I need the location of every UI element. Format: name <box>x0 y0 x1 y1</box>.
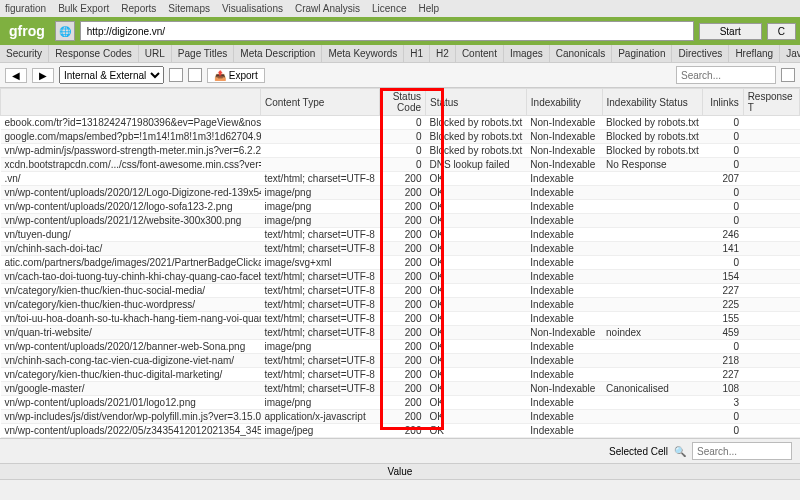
table-row[interactable]: vn/wp-content/uploads/2020/12/Logo-Digiz… <box>1 186 800 200</box>
url-input[interactable] <box>80 21 694 41</box>
table-row[interactable]: vn/category/kien-thuc/kien-thuc-social-m… <box>1 284 800 298</box>
tab-response-codes[interactable]: Response Codes <box>49 45 139 62</box>
table-row[interactable]: vn/quan-tri-website/text/html; charset=U… <box>1 326 800 340</box>
tab-canonicals[interactable]: Canonicals <box>550 45 612 62</box>
menu-reports[interactable]: Reports <box>121 3 156 14</box>
tab-h2[interactable]: H2 <box>430 45 456 62</box>
export-button[interactable]: 📤 Export <box>207 68 265 83</box>
list-icon[interactable] <box>188 68 202 82</box>
table-row[interactable]: vn/google-master/text/html; charset=UTF-… <box>1 382 800 396</box>
menu-visualisations[interactable]: Visualisations <box>222 3 283 14</box>
toolbar: ◀ ▶ Internal & External 📤 Export <box>0 63 800 88</box>
search-input[interactable] <box>676 66 776 84</box>
tab-directives[interactable]: Directives <box>672 45 729 62</box>
table-row[interactable]: atic.com/partners/badge/images/2021/Part… <box>1 256 800 270</box>
clear-button[interactable]: C <box>767 23 796 40</box>
table-row[interactable]: vn/toi-uu-hoa-doanh-so-tu-khach-hang-tie… <box>1 312 800 326</box>
search-icon: 🔍 <box>674 446 686 457</box>
tab-page-titles[interactable]: Page Titles <box>172 45 234 62</box>
table-row[interactable]: vn/cach-tao-doi-tuong-tuy-chinh-khi-chay… <box>1 270 800 284</box>
tab-pagination[interactable]: Pagination <box>612 45 672 62</box>
tab-meta-keywords[interactable]: Meta Keywords <box>322 45 404 62</box>
tab-javascript[interactable]: JavaScript <box>780 45 800 62</box>
globe-icon[interactable]: 🌐 <box>55 21 75 41</box>
bottom-panel: Selected Cell 🔍 Value <box>0 438 800 480</box>
menubar: figurationBulk ExportReportsSitemapsVisu… <box>0 0 800 17</box>
col-header[interactable]: Indexability <box>526 89 602 116</box>
tab-security[interactable]: Security <box>0 45 49 62</box>
menu-crawl-analysis[interactable]: Crawl Analysis <box>295 3 360 14</box>
table-row[interactable]: google.com/maps/embed?pb=!1m14!1m8!1m3!1… <box>1 130 800 144</box>
start-button[interactable]: Start <box>699 23 762 40</box>
table-row[interactable]: vn/wp-content/uploads/2022/04/Zalo_logo_… <box>1 438 800 439</box>
col-header[interactable]: Status <box>426 89 527 116</box>
col-header[interactable]: Response T <box>743 89 799 116</box>
table-row[interactable]: vn/wp-content/uploads/2022/05/z343541201… <box>1 424 800 438</box>
col-header[interactable]: Inlinks <box>703 89 743 116</box>
table-row[interactable]: vn/wp-admin/js/password-strength-meter.m… <box>1 144 800 158</box>
menu-figuration[interactable]: figuration <box>5 3 46 14</box>
col-header[interactable]: Status Code <box>379 89 425 116</box>
value-column-header: Value <box>0 463 800 480</box>
col-header[interactable] <box>1 89 261 116</box>
table-row[interactable]: vn/wp-content/uploads/2021/12/website-30… <box>1 214 800 228</box>
settings-icon[interactable] <box>781 68 795 82</box>
tab-bar: SecurityResponse CodesURLPage TitlesMeta… <box>0 45 800 63</box>
col-header[interactable]: Content Type <box>261 89 380 116</box>
tab-content[interactable]: Content <box>456 45 504 62</box>
menu-licence[interactable]: Licence <box>372 3 406 14</box>
selected-cells-label: Selected Cell <box>609 446 668 457</box>
next-button[interactable]: ▶ <box>32 68 54 83</box>
filter-select[interactable]: Internal & External <box>59 66 164 84</box>
url-bar: gfrog 🌐 Start C <box>0 17 800 45</box>
col-header[interactable]: Indexability Status <box>602 89 703 116</box>
menu-sitemaps[interactable]: Sitemaps <box>168 3 210 14</box>
tab-meta-description[interactable]: Meta Description <box>234 45 322 62</box>
tree-icon[interactable] <box>169 68 183 82</box>
table-row[interactable]: vn/category/kien-thuc/kien-thuc-digital-… <box>1 368 800 382</box>
table-row[interactable]: vn/wp-content/uploads/2021/01/logo12.png… <box>1 396 800 410</box>
table-row[interactable]: .vn/text/html; charset=UTF-8200OKIndexab… <box>1 172 800 186</box>
prev-button[interactable]: ◀ <box>5 68 27 83</box>
table-row[interactable]: vn/wp-content/uploads/2020/12/logo-sofa1… <box>1 200 800 214</box>
table-row[interactable]: xcdn.bootstrapcdn.com/.../css/font-aweso… <box>1 158 800 172</box>
table-row[interactable]: vn/category/kien-thuc/kien-thuc-wordpres… <box>1 298 800 312</box>
tab-hreflang[interactable]: Hreflang <box>729 45 780 62</box>
table-row[interactable]: vn/wp-content/uploads/2020/12/banner-web… <box>1 340 800 354</box>
results-table-wrap: Content TypeStatus CodeStatusIndexabilit… <box>0 88 800 438</box>
table-row[interactable]: vn/chinh-sach-doi-tac/text/html; charset… <box>1 242 800 256</box>
table-row[interactable]: vn/tuyen-dung/text/html; charset=UTF-820… <box>1 228 800 242</box>
table-row[interactable]: vn/chinh-sach-cong-tac-vien-cua-digizone… <box>1 354 800 368</box>
tab-url[interactable]: URL <box>139 45 172 62</box>
results-table: Content TypeStatus CodeStatusIndexabilit… <box>0 88 800 438</box>
menu-bulk-export[interactable]: Bulk Export <box>58 3 109 14</box>
menu-help[interactable]: Help <box>418 3 439 14</box>
bottom-search-input[interactable] <box>692 442 792 460</box>
tab-h1[interactable]: H1 <box>404 45 430 62</box>
tab-images[interactable]: Images <box>504 45 550 62</box>
table-row[interactable]: ebook.com/tr?id=1318242471980396&ev=Page… <box>1 116 800 130</box>
app-logo: gfrog <box>4 23 50 39</box>
table-row[interactable]: vn/wp-includes/js/dist/vendor/wp-polyfil… <box>1 410 800 424</box>
